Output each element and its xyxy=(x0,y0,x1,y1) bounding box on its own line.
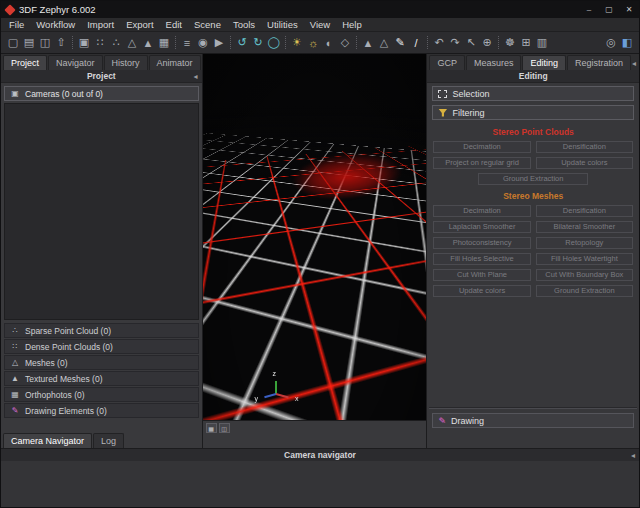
pencil-icon[interactable]: ✎ xyxy=(392,34,408,52)
ambient-light-icon[interactable]: ☼ xyxy=(305,34,321,52)
reset-view-icon[interactable]: ◯ xyxy=(266,34,282,52)
collapse-bottom-panel-icon[interactable]: ◂ xyxy=(631,451,635,460)
tab-editing[interactable]: Editing xyxy=(522,55,566,70)
sm-fill-holes-selective-button[interactable]: Fill Holes Selective xyxy=(433,253,530,265)
viewport-view-toggle-button[interactable]: ◫ xyxy=(219,423,230,433)
dense-point-clouds-item[interactable]: ∷ Dense Point Clouds (0) xyxy=(4,339,199,354)
orthophoto-icon[interactable]: ▦ xyxy=(156,34,172,52)
menu-edit[interactable]: Edit xyxy=(160,19,188,30)
sm-photoconsistency-button[interactable]: Photoconsistency xyxy=(433,237,530,249)
take-photo-icon[interactable]: ◉ xyxy=(195,34,211,52)
sm-densification-button[interactable]: Densification xyxy=(536,205,633,217)
project-tree-area[interactable] xyxy=(4,103,199,320)
spc-ground-extraction-button[interactable]: Ground Extraction xyxy=(478,173,588,185)
sm-ground-extraction-button[interactable]: Ground Extraction xyxy=(536,285,633,297)
tab-log[interactable]: Log xyxy=(93,433,124,448)
menu-help[interactable]: Help xyxy=(336,19,368,30)
sun-light-icon[interactable]: ☀ xyxy=(289,34,305,52)
menu-import[interactable]: Import xyxy=(81,19,120,30)
title-bar: 3DF Zephyr 6.002 – ▢ ✕ xyxy=(1,1,639,18)
drawing-pencil-icon: ✎ xyxy=(438,416,446,426)
tab-registration[interactable]: Registration xyxy=(567,55,631,70)
sm-bilateral-smoother-button[interactable]: Bilateral Smoother xyxy=(536,221,633,233)
sm-update-colors-button[interactable]: Update colors xyxy=(433,285,530,297)
solid-mesh-icon[interactable]: ▲ xyxy=(360,34,376,52)
collapse-right-panel-icon[interactable]: ◂ xyxy=(632,59,636,70)
menu-workflow[interactable]: Workflow xyxy=(30,19,81,30)
tab-gcp[interactable]: GCP xyxy=(429,55,465,70)
menu-file[interactable]: File xyxy=(3,19,30,30)
sm-laplacian-smoother-button[interactable]: Laplacian Smoother xyxy=(433,221,530,233)
menu-scene[interactable]: Scene xyxy=(188,19,227,30)
view-cube-icon[interactable]: ◧ xyxy=(619,34,635,52)
sm-cut-with-boundary-box-button[interactable]: Cut With Boundary Box xyxy=(536,269,633,281)
x-axis-line xyxy=(275,393,288,399)
new-project-icon[interactable]: ▢ xyxy=(5,34,21,52)
gcp-target-icon[interactable]: ◎ xyxy=(603,34,619,52)
select-cursor-icon[interactable]: ↖ xyxy=(463,34,479,52)
sm-decimation-button[interactable]: Decimation xyxy=(433,205,530,217)
filtering-button[interactable]: Filtering xyxy=(432,105,634,120)
grid-view-icon[interactable]: ⊞ xyxy=(518,34,534,52)
minimize-button[interactable]: – xyxy=(579,1,599,18)
app-logo-icon xyxy=(4,4,15,15)
menu-export[interactable]: Export xyxy=(120,19,159,30)
collapse-left-panel-icon[interactable]: ◂ xyxy=(194,72,198,81)
spc-project-on-grid-button[interactable]: Project on regular grid xyxy=(433,157,530,169)
meshes-item[interactable]: △ Meshes (0) xyxy=(4,355,199,370)
textured-mesh-icon[interactable]: ▲ xyxy=(140,34,156,52)
drawing-elements-item[interactable]: ✎ Drawing Elements (0) xyxy=(4,403,199,418)
spc-densification-button[interactable]: Densification xyxy=(536,141,633,153)
menu-tools[interactable]: Tools xyxy=(227,19,261,30)
wireframe-icon[interactable]: ◇ xyxy=(337,34,353,52)
spc-update-colors-button[interactable]: Update colors xyxy=(536,157,633,169)
window-title: 3DF Zephyr 6.002 xyxy=(19,4,96,15)
save-project-icon[interactable]: ◫ xyxy=(37,34,53,52)
tab-history[interactable]: History xyxy=(104,55,148,70)
line-tool-icon[interactable]: / xyxy=(408,34,424,52)
maximize-button[interactable]: ▢ xyxy=(599,1,619,18)
viewport-grid-toggle-button[interactable]: ▦ xyxy=(206,423,217,433)
cameras-icon: ▣ xyxy=(9,89,21,98)
sm-retopology-button[interactable]: Retopology xyxy=(536,237,633,249)
sm-fill-holes-watertight-button[interactable]: Fill Holes Watertight xyxy=(536,253,633,265)
textured-meshes-item[interactable]: ▲ Textured Meshes (0) xyxy=(4,371,199,386)
mesh-edges-icon[interactable]: △ xyxy=(376,34,392,52)
camera-orientation-icon[interactable]: ▣ xyxy=(76,34,92,52)
tab-project[interactable]: Project xyxy=(3,55,47,70)
camera-navigator-content[interactable] xyxy=(1,461,639,507)
rotate-right-icon[interactable]: ↻ xyxy=(250,34,266,52)
shading-icon[interactable]: ◐ xyxy=(321,34,337,52)
selection-icon xyxy=(438,90,447,98)
tab-navigator[interactable]: Navigator xyxy=(48,55,103,70)
dense-cloud-icon[interactable]: ∴ xyxy=(108,34,124,52)
drawing-button[interactable]: ✎ Drawing xyxy=(432,413,634,428)
orthophotos-item[interactable]: ▦ Orthophotos (0) xyxy=(4,387,199,402)
transform-gizmo-icon[interactable]: ⊕ xyxy=(479,34,495,52)
meshes-item-icon: △ xyxy=(9,358,21,367)
open-project-icon[interactable]: ▤ xyxy=(21,34,37,52)
spc-decimation-button[interactable]: Decimation xyxy=(433,141,530,153)
sm-cut-with-plane-button[interactable]: Cut With Plane xyxy=(433,269,530,281)
sparse-cloud-icon[interactable]: ∷ xyxy=(92,34,108,52)
mesh-extraction-icon[interactable]: △ xyxy=(124,34,140,52)
tab-measures[interactable]: Measures xyxy=(466,55,522,70)
record-video-icon[interactable]: ▶ xyxy=(211,34,227,52)
cameras-group-row[interactable]: ▣ Cameras (0 out of 0) xyxy=(4,86,199,101)
3d-viewport[interactable]: z x y xyxy=(203,54,427,420)
tab-camera-navigator[interactable]: Camera Navigator xyxy=(3,433,92,448)
sparse-cloud-item-label: Sparse Point Cloud (0) xyxy=(25,326,111,336)
close-button[interactable]: ✕ xyxy=(619,1,639,18)
laser-scan-icon[interactable]: ≡ xyxy=(179,34,195,52)
export-icon[interactable]: ⇧ xyxy=(53,34,69,52)
rotate-left-icon[interactable]: ↺ xyxy=(234,34,250,52)
selection-button[interactable]: Selection xyxy=(432,86,634,101)
undo-icon[interactable]: ↶ xyxy=(431,34,447,52)
tab-animator[interactable]: Animator xyxy=(149,55,201,70)
layout-panels-icon[interactable]: ▥ xyxy=(534,34,550,52)
redo-icon[interactable]: ↷ xyxy=(447,34,463,52)
menu-view[interactable]: View xyxy=(304,19,336,30)
menu-utilities[interactable]: Utilities xyxy=(261,19,304,30)
sparse-point-cloud-item[interactable]: ∴ Sparse Point Cloud (0) xyxy=(4,323,199,338)
settings-gear-icon[interactable]: ☸ xyxy=(502,34,518,52)
